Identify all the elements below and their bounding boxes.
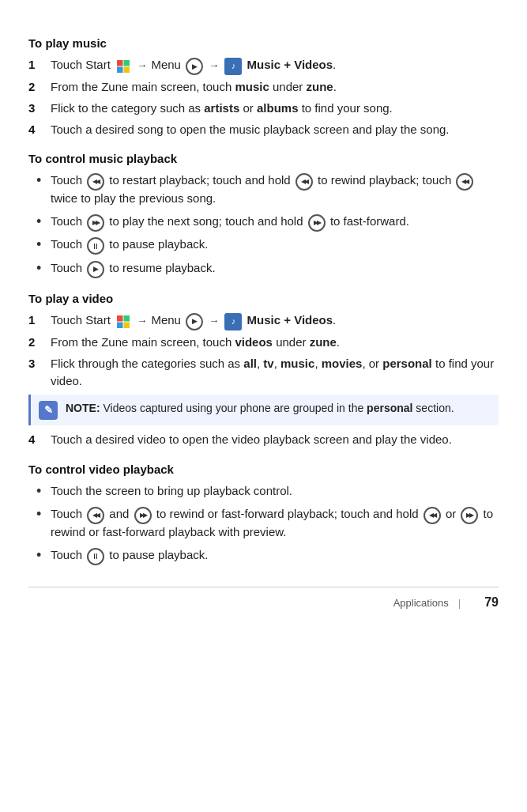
bullet-icon: • [36, 546, 51, 565]
rewind-icon [87, 507, 104, 524]
label-music-videos: Music + Videos [247, 58, 333, 71]
section-control-music: To control music playback • Touch to res… [28, 152, 499, 278]
list-item: 1 Touch Start → Menu → ♪ Music + Videos. [28, 312, 499, 330]
list-item-content: Touch the screen to bring up playback co… [51, 482, 499, 500]
list-item-content: Touch to restart playback; touch and hol… [51, 172, 499, 208]
bold-movies: movies [322, 357, 363, 370]
arrow-icon: → [209, 59, 219, 71]
arrow-icon: → [209, 315, 219, 327]
ff-icon [308, 214, 326, 232]
bullet-icon: • [36, 213, 51, 231]
section-control-video: To control video playback • Touch the sc… [28, 463, 499, 565]
rewind-icon [295, 173, 313, 191]
ff-icon [87, 214, 104, 232]
list-item: 4 Touch a desired song to open the music… [28, 121, 499, 138]
bold-videos: videos [235, 335, 273, 349]
bold-personal: personal [367, 402, 412, 414]
note-label: NOTE: [66, 402, 100, 414]
heading-control-music: To control music playback [28, 152, 499, 165]
list-item: • Touch to pause playback. [36, 546, 499, 565]
list-item: 1 Touch Start → Menu → ♪ Music + Videos. [28, 56, 499, 74]
page-content: To play music 1 Touch Start → Menu → ♪ M… [28, 36, 499, 610]
list-item: 2 From the Zune main screen, touch music… [28, 78, 499, 96]
windows-icon [115, 314, 131, 330]
bold-all: all [243, 357, 257, 370]
section-play-video: To play a video 1 Touch Start → Menu → ♪… [28, 292, 499, 448]
list-item-content: Flick to the category such as artists or… [51, 100, 499, 117]
bullet-icon: • [36, 236, 51, 254]
bold-music: music [280, 357, 314, 370]
list-item-content: From the Zune main screen, touch videos … [51, 334, 499, 351]
play-video-list-cont: 4 Touch a desired video to open the vide… [28, 431, 499, 448]
list-item: • Touch and to rewind or fast-forward pl… [36, 505, 499, 542]
list-item-content: Touch Start → Menu → ♪ Music + Videos. [51, 312, 499, 330]
control-video-list: • Touch the screen to bring up playback … [36, 482, 499, 565]
note-icon: ✎ [39, 401, 58, 420]
bold-albums: albums [257, 101, 299, 115]
bold-zune: zune [310, 335, 337, 349]
page-footer: Applications | 79 [28, 587, 499, 610]
list-item: 4 Touch a desired video to open the vide… [28, 431, 499, 448]
note-content: NOTE: Videos captured using your phone a… [66, 400, 491, 416]
list-item-content: Touch Start → Menu → ♪ Music + Videos. [51, 56, 499, 74]
bold-tv: tv [263, 357, 273, 370]
ff-icon [134, 507, 152, 524]
heading-control-video: To control video playback [28, 463, 499, 476]
list-item-content: Touch to resume playback. [51, 259, 499, 278]
music-videos-icon: ♪ [224, 58, 242, 75]
footer-label: Applications [393, 597, 449, 609]
list-num: 4 [28, 121, 46, 138]
pause-icon [87, 548, 104, 565]
arrow-icon: → [137, 59, 147, 71]
play-icon [87, 261, 104, 278]
list-item-content: Touch a desired song to open the music p… [51, 121, 499, 138]
list-item-content: Touch to pause playback. [51, 546, 499, 565]
list-item: • Touch to play the next song; touch and… [36, 213, 499, 231]
menu-icon [186, 58, 203, 75]
list-item: 3 Flick through the categories such as a… [28, 355, 499, 390]
pause-icon [87, 237, 104, 255]
list-item-content: Flick through the categories such as all… [51, 355, 499, 390]
list-num: 3 [28, 355, 46, 372]
rewind-icon [87, 173, 104, 191]
label-music-videos: Music + Videos [247, 313, 333, 327]
heading-play-video: To play a video [28, 292, 499, 305]
list-item: • Touch to restart playback; touch and h… [36, 172, 499, 208]
list-item-content: Touch to pause playback. [51, 236, 499, 254]
play-video-list: 1 Touch Start → Menu → ♪ Music + Videos.… [28, 312, 499, 389]
list-item-content: Touch and to rewind or fast-forward play… [51, 505, 499, 542]
list-num: 2 [28, 334, 46, 351]
list-num: 3 [28, 100, 46, 117]
bold-personal: personal [382, 357, 432, 370]
page-number: 79 [484, 595, 499, 610]
control-music-list: • Touch to restart playback; touch and h… [36, 172, 499, 278]
arrow-icon: → [137, 315, 147, 327]
heading-play-music: To play music [28, 36, 499, 50]
list-num: 2 [28, 78, 46, 96]
list-item-content: Touch a desired video to open the video … [51, 431, 499, 448]
section-play-music: To play music 1 Touch Start → Menu → ♪ M… [28, 36, 499, 138]
list-num: 1 [28, 56, 46, 74]
bullet-icon: • [36, 505, 51, 523]
list-item: 3 Flick to the category such as artists … [28, 100, 499, 117]
note-box: ✎ NOTE: Videos captured using your phone… [28, 395, 499, 425]
list-item: • Touch to pause playback. [36, 236, 499, 254]
ff-icon [461, 507, 478, 524]
list-item: • Touch the screen to bring up playback … [36, 482, 499, 500]
bullet-icon: • [36, 482, 51, 500]
bold-zune: zune [307, 80, 333, 93]
list-num: 1 [28, 312, 46, 329]
bullet-icon: • [36, 259, 51, 278]
bold-music: music [235, 80, 269, 93]
list-item-content: Touch to play the next song; touch and h… [51, 213, 499, 231]
list-item: • Touch to resume playback. [36, 259, 499, 278]
footer-divider: | [458, 597, 461, 609]
list-item: 2 From the Zune main screen, touch video… [28, 334, 499, 351]
bold-artists: artists [204, 101, 239, 115]
bullet-icon: • [36, 172, 51, 190]
rewind-icon [423, 507, 441, 524]
menu-icon [186, 313, 203, 330]
music-videos-icon: ♪ [224, 313, 242, 330]
play-music-list: 1 Touch Start → Menu → ♪ Music + Videos.… [28, 56, 499, 138]
list-num: 4 [28, 431, 46, 448]
